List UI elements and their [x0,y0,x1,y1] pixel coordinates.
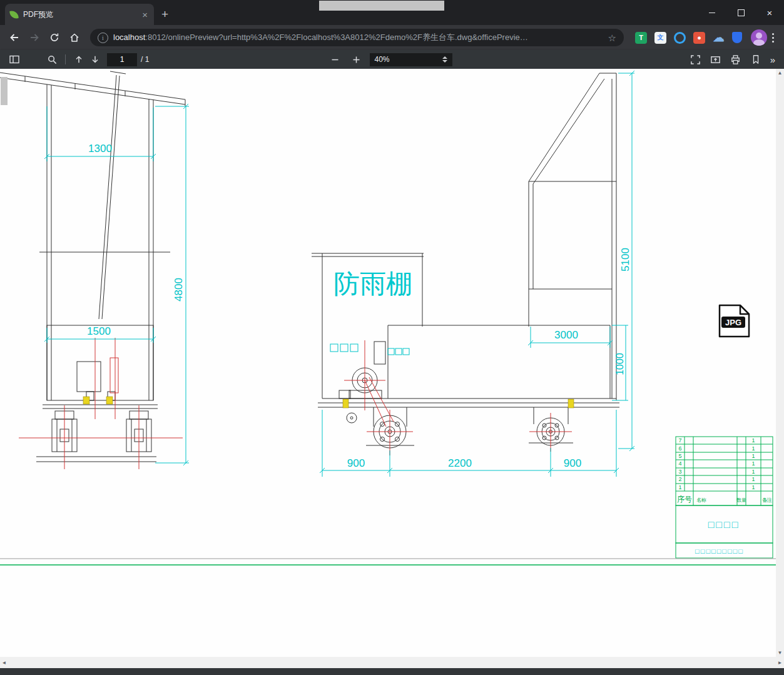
forward-arrow-icon [29,32,40,43]
ring-extension-icon[interactable] [674,32,686,44]
dim-3000-label: 3000 [554,329,578,341]
presentation-button[interactable] [708,52,724,67]
page-down-button[interactable] [87,52,103,67]
favicon-leaf-icon [9,10,19,19]
select-spinner-icon [442,56,447,63]
maximize-button[interactable] [726,0,755,25]
row-number: 5 [678,453,681,459]
vertical-scrollbar[interactable]: ▲ ▼ [776,69,784,657]
qty-cell: 1 [751,445,755,452]
front-view-centerlines [19,338,183,469]
search-icon [47,54,58,65]
plus-icon [352,55,361,64]
back-arrow-icon [9,32,20,43]
pdf-toolbar-right: » [688,52,778,67]
rain-shelter-label: 防雨棚 [333,269,412,298]
row-number: 1 [678,484,681,490]
page-number-input[interactable] [107,53,137,66]
reload-button[interactable] [45,28,64,47]
qty-cell: 1 [751,476,755,482]
minimize-icon [709,13,715,13]
red-extension-icon[interactable]: ● [693,32,705,44]
zoom-out-button[interactable] [327,52,344,67]
dim-900-right-label: 900 [564,457,581,469]
dim-1500-label: 1500 [87,325,111,337]
browser-navbar: i localhost:8012/onlinePreview?url=http%… [0,25,784,50]
back-button[interactable] [5,28,24,47]
qty-cell: 1 [751,469,755,475]
zoom-in-button[interactable] [349,52,365,67]
window-bottom-edge [0,668,784,675]
browser-tab[interactable]: PDF预览 × [5,4,154,25]
scroll-left-arrow-icon[interactable]: ◄ [0,659,8,667]
qty-cell: 1 [751,437,755,444]
zoom-select[interactable]: 40% [370,53,452,66]
dim-4800-label: 4800 [173,278,185,302]
zoom-controls: 40% [327,50,452,69]
toolbar-overflow-button[interactable]: » [768,54,778,65]
new-tab-button[interactable]: + [161,8,168,20]
col-header-no: 序号 [677,495,692,504]
row-number: 6 [678,445,681,452]
qty-cell: 1 [751,453,755,459]
extensions-area: T 文 ● ☁ [635,32,742,44]
address-bar[interactable]: i localhost:8012/onlinePreview?url=http%… [90,29,624,46]
url-host: localhost [113,33,145,42]
page-info-icon[interactable]: i [98,33,108,43]
vertical-scroll-thumb[interactable] [1,77,8,105]
page-up-button[interactable] [71,52,87,67]
row-number: 2 [678,476,681,482]
url-path: :8012/onlinePreview?url=http%3A%2F%2Floc… [145,33,527,42]
home-button[interactable] [65,28,84,47]
horizontal-scroll-thumb[interactable] [319,1,444,11]
row-number: 3 [678,469,681,475]
bookmark-button[interactable] [748,52,764,67]
side-view-centerlines [344,340,572,455]
side-view [312,73,619,448]
close-button[interactable]: × [755,0,784,25]
col-header-note: 备注 [762,497,772,503]
sidebar-toggle-button[interactable] [6,52,23,67]
scroll-right-arrow-icon[interactable]: ► [776,659,784,667]
translate-extension-icon[interactable]: 文 [654,32,666,44]
minimize-button[interactable] [698,0,726,25]
tab-close-icon[interactable]: × [141,10,149,19]
qty-cell: 1 [751,460,755,467]
find-button[interactable] [44,52,60,67]
scroll-down-arrow-icon[interactable]: ▼ [776,649,784,657]
print-icon [730,54,741,65]
horizontal-scrollbar[interactable]: ◄ ► [0,657,784,668]
page-count-label: / 1 [141,55,149,64]
toolbar-divider [65,54,66,64]
presentation-icon [710,54,721,65]
company-placeholder: □□□□ [708,519,740,530]
pdf-viewer-toolbar: / 1 40% » [0,50,784,69]
maximize-icon [738,9,745,16]
row-number: 7 [678,437,681,444]
dim-900-left-label: 900 [347,457,365,469]
sidebar-icon [9,54,20,65]
browser-menu-icon[interactable] [772,33,774,43]
print-button[interactable] [728,52,744,67]
forward-button[interactable] [25,28,44,47]
dim-1000-label: 1000 [614,353,625,375]
zoom-value: 40% [375,55,390,64]
profile-avatar[interactable] [751,29,767,46]
fullscreen-icon [690,54,701,65]
side-view-highlights [343,399,574,408]
footer-placeholder: □□□□□□□□□ [695,547,744,555]
reload-icon [49,32,60,43]
jpg-file-icon: JPG [720,305,749,337]
jpg-badge-label: JPG [725,318,741,327]
arrow-up-icon [74,54,84,64]
bookmark-star-icon[interactable]: ☆ [608,33,616,43]
front-view [0,71,185,462]
url-text[interactable]: localhost:8012/onlinePreview?url=http%3A… [113,32,603,43]
cloud-extension-icon[interactable]: ☁ [713,32,725,44]
green-extension-icon[interactable]: T [635,32,647,44]
dim-2200-label: 2200 [448,457,472,469]
fullscreen-button[interactable] [688,52,704,67]
window-controls: × [698,0,784,25]
shield-extension-icon[interactable] [732,32,742,43]
scroll-up-arrow-icon[interactable]: ▲ [776,69,784,77]
